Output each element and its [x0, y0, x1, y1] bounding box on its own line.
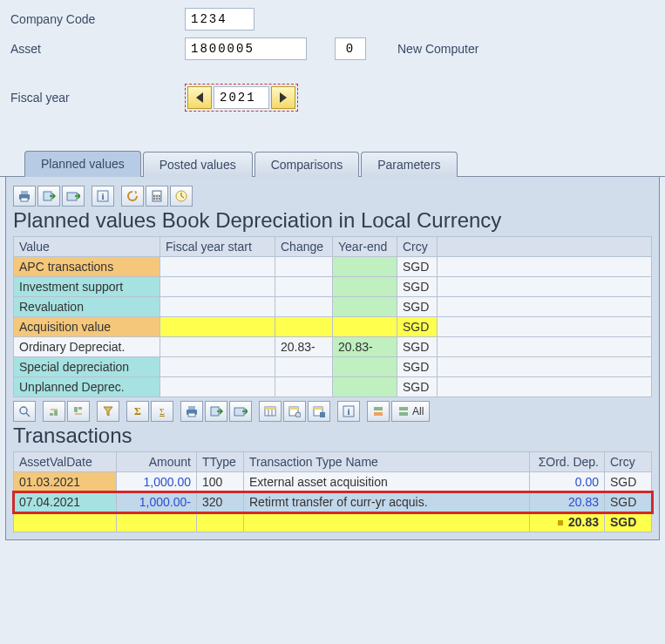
- tx-total-spacer: [197, 512, 244, 532]
- svg-rect-27: [265, 407, 275, 410]
- info-button[interactable]: i: [92, 186, 114, 207]
- row-label: Investment support: [14, 277, 160, 297]
- tab-comparisons[interactable]: Comparisons: [254, 152, 359, 177]
- row-fys: [160, 257, 275, 277]
- company-code-input[interactable]: [185, 8, 254, 31]
- calculator-icon: [151, 190, 163, 202]
- row-change: [275, 317, 333, 337]
- asset-subnumber-input[interactable]: [335, 37, 366, 60]
- transaction-row[interactable]: 07.04.20211,000.00-320Retirmt transfer o…: [14, 492, 652, 512]
- col-fiscal-year-start[interactable]: Fiscal year start: [160, 237, 275, 257]
- planned-values-row[interactable]: Acquisition valueSGD: [14, 317, 652, 337]
- select-all-icon: [397, 405, 410, 417]
- send-button[interactable]: [62, 186, 85, 207]
- col-change[interactable]: Change: [275, 237, 333, 257]
- sort-asc-button[interactable]: [43, 401, 65, 422]
- col-asset-val-date[interactable]: AssetValDate: [14, 452, 117, 472]
- col-value[interactable]: Value: [14, 237, 160, 257]
- sort-desc-button[interactable]: [67, 401, 90, 422]
- row-change: [275, 297, 333, 317]
- col-year-end[interactable]: Year-end: [333, 237, 397, 257]
- send2-button[interactable]: [229, 401, 252, 422]
- layout-save-icon: [313, 405, 325, 417]
- transaction-row[interactable]: 01.03.20211,000.00100External asset acqu…: [14, 472, 652, 492]
- row-fys: [160, 377, 275, 397]
- filter-button[interactable]: [97, 401, 119, 422]
- row-crcy: SGD: [397, 337, 438, 357]
- sort-asc-icon: [48, 405, 60, 417]
- printer-icon: [17, 190, 31, 202]
- col-ttype[interactable]: TType: [197, 452, 244, 472]
- svg-rect-1: [21, 191, 28, 194]
- tab-planned-values[interactable]: Planned values: [24, 151, 141, 177]
- layout-button[interactable]: [259, 401, 282, 422]
- row-change: [275, 377, 333, 397]
- asset-input[interactable]: [185, 37, 307, 60]
- fiscal-year-prev-button[interactable]: [187, 86, 212, 109]
- row-fys: [160, 317, 275, 337]
- svg-rect-17: [50, 413, 53, 416]
- fiscal-year-next-button[interactable]: [271, 86, 295, 109]
- export-icon: [42, 190, 56, 202]
- tab-posted-values[interactable]: Posted values: [143, 152, 253, 177]
- export2-button[interactable]: [205, 401, 227, 422]
- row-crcy: SGD: [397, 317, 438, 337]
- detail-button[interactable]: [13, 401, 36, 422]
- info2-button[interactable]: i: [337, 401, 360, 422]
- svg-point-30: [295, 412, 301, 417]
- calculator-button[interactable]: [146, 186, 168, 207]
- planned-values-row[interactable]: Special depreciationSGD: [14, 357, 652, 377]
- sigma-small-icon: Σ: [159, 407, 165, 417]
- svg-rect-32: [314, 407, 322, 410]
- refresh-button[interactable]: [121, 186, 144, 207]
- svg-rect-37: [374, 412, 383, 416]
- row-spacer: [438, 357, 652, 377]
- select-all-button[interactable]: All: [391, 401, 430, 422]
- row-label: Unplanned Deprec.: [14, 377, 160, 397]
- layout-change-button[interactable]: [283, 401, 306, 422]
- tx-name: Retirmt transfer of curr-yr acquis.: [244, 492, 530, 512]
- layout-save-button[interactable]: [308, 401, 330, 422]
- sigma-icon: Σ: [134, 405, 141, 418]
- planned-values-row[interactable]: APC transactionsSGD: [14, 257, 652, 277]
- col-ord-dep[interactable]: ΣOrd. Dep.: [530, 452, 605, 472]
- planned-values-row[interactable]: Ordinary Depreciat.20.83-20.83-SGD: [14, 337, 652, 357]
- planned-values-table: Value Fiscal year start Change Year-end …: [13, 236, 652, 397]
- col-spacer: [438, 237, 652, 257]
- svg-rect-13: [156, 198, 158, 200]
- row-label: APC transactions: [14, 257, 160, 277]
- planned-values-row[interactable]: Unplanned Deprec.SGD: [14, 377, 652, 397]
- svg-rect-12: [153, 198, 155, 200]
- tab-parameters[interactable]: Parameters: [361, 152, 457, 177]
- sum-button[interactable]: Σ: [126, 401, 149, 422]
- select-block-icon: [372, 405, 384, 417]
- svg-rect-20: [78, 407, 82, 410]
- svg-rect-39: [399, 412, 408, 416]
- svg-rect-8: [153, 192, 160, 194]
- send-icon: [66, 190, 80, 202]
- info-icon: i: [97, 190, 109, 202]
- transaction-total-row: 20.83SGD: [14, 512, 652, 532]
- planned-values-row[interactable]: Investment supportSGD: [14, 277, 652, 297]
- print-button[interactable]: [13, 186, 36, 207]
- col-currency[interactable]: Crcy: [397, 237, 438, 257]
- row-yearend: [333, 297, 397, 317]
- subtotal-button[interactable]: Σ: [151, 401, 173, 422]
- export-button[interactable]: [37, 186, 60, 207]
- col-amount[interactable]: Amount: [117, 452, 197, 472]
- history-button[interactable]: [170, 186, 193, 207]
- col-ttype-name[interactable]: Transaction Type Name: [244, 452, 530, 472]
- fiscal-year-stepper: [185, 84, 298, 112]
- planned-values-row[interactable]: RevaluationSGD: [14, 297, 652, 317]
- svg-text:i: i: [347, 406, 349, 417]
- fiscal-year-input[interactable]: [214, 86, 269, 109]
- print2-button[interactable]: [180, 401, 203, 422]
- planned-values-toolbar: i: [13, 186, 652, 207]
- row-spacer: [438, 297, 652, 317]
- row-crcy: SGD: [397, 357, 438, 377]
- svg-rect-33: [320, 412, 325, 417]
- tx-ttype: 320: [197, 492, 244, 512]
- col-tx-currency[interactable]: Crcy: [605, 452, 652, 472]
- row-change: [275, 277, 333, 297]
- select-block-button[interactable]: [367, 401, 390, 422]
